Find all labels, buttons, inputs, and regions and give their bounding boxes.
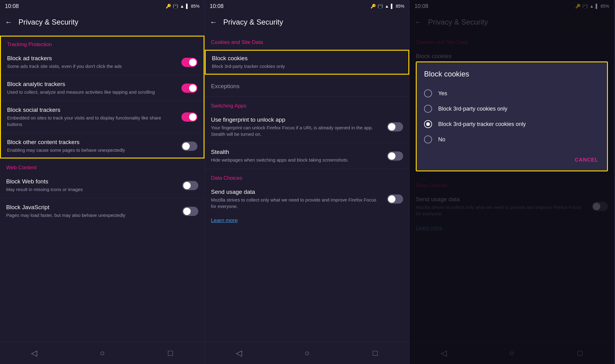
divider bbox=[205, 169, 409, 169]
block-analytic-trackers-item: Block analytic trackers Used to collect,… bbox=[1, 76, 204, 100]
signal-icon: ▌ bbox=[186, 4, 189, 9]
phone-panel-1: 10:08 🔑 📳 ▲ ▌ 85% ← Privacy & Security T… bbox=[0, 0, 205, 364]
block-web-fonts-item: Block Web fonts May result in missing ic… bbox=[0, 174, 204, 197]
block-other-trackers-title: Block other content trackers bbox=[7, 139, 177, 146]
block-javascript-item: Block JavaScript Pages may load faster, … bbox=[0, 200, 204, 223]
stealth-item: Stealth Hide webpages when switching app… bbox=[205, 144, 409, 167]
status-icons-1: 🔑 📳 ▲ ▌ 85% bbox=[166, 4, 200, 9]
status-time-2: 10:08 bbox=[210, 3, 224, 10]
block-ad-trackers-toggle[interactable] bbox=[181, 58, 197, 67]
block-javascript-toggle[interactable] bbox=[182, 207, 198, 216]
send-usage-toggle-2[interactable] bbox=[387, 194, 403, 204]
block-analytic-trackers-toggle[interactable] bbox=[181, 84, 197, 93]
cookies-section-2: Cookies and Site Data Block cookies Bloc… bbox=[205, 34, 409, 95]
tracking-protection-header: Tracking Protection bbox=[1, 37, 204, 51]
stealth-toggle[interactable] bbox=[387, 151, 403, 161]
block-social-trackers-toggle[interactable] bbox=[181, 112, 197, 122]
radio-block-3rd-tracker[interactable]: Block 3rd-party tracker cookies only bbox=[424, 116, 600, 132]
radio-block-3rd[interactable]: Block 3rd-party cookies only bbox=[424, 101, 600, 116]
toggle-knob bbox=[183, 208, 191, 215]
block-social-trackers-title: Block social trackers bbox=[7, 107, 177, 113]
tracking-protection-section: Tracking Protection Block ad trackers So… bbox=[0, 36, 204, 159]
block-ad-trackers-title: Block ad trackers bbox=[7, 55, 177, 62]
cookies-header-2: Cookies and Site Data bbox=[205, 34, 409, 49]
fingerprint-item: Use fingerprint to unlock app Your finge… bbox=[205, 112, 409, 142]
fingerprint-toggle[interactable] bbox=[387, 122, 403, 131]
block-other-trackers-text: Block other content trackers Enabling ma… bbox=[7, 139, 177, 153]
top-bar-1: ← Privacy & Security bbox=[0, 12, 204, 32]
divider bbox=[0, 198, 204, 198]
radio-circle-no bbox=[424, 135, 432, 143]
wifi-icon: ▲ bbox=[180, 4, 184, 9]
back-button-1[interactable]: ← bbox=[5, 18, 12, 26]
battery-icon: 85% bbox=[191, 4, 200, 9]
radio-yes[interactable]: Yes bbox=[424, 86, 600, 101]
block-ad-trackers-desc: Some ads track site visits, even if you … bbox=[7, 63, 177, 69]
block-ad-trackers-text: Block ad trackers Some ads track site vi… bbox=[7, 55, 177, 69]
toggle-knob bbox=[388, 195, 395, 203]
divider bbox=[1, 101, 204, 101]
block-other-trackers-item: Block other content trackers Enabling ma… bbox=[1, 135, 204, 158]
block-web-fonts-desc: May result in missing icons or images bbox=[6, 186, 177, 193]
learn-more-2[interactable]: Learn more bbox=[205, 214, 409, 227]
block-cookies-dialog: Block cookies Yes Block 3rd-party cookie… bbox=[416, 61, 608, 171]
toggle-knob bbox=[182, 143, 190, 150]
block-other-trackers-toggle[interactable] bbox=[181, 142, 197, 151]
status-bar-1: 10:08 🔑 📳 ▲ ▌ 85% bbox=[0, 0, 204, 12]
block-ad-trackers-item: Block ad trackers Some ads track site vi… bbox=[1, 51, 204, 74]
send-usage-data-title-2: Send usage data bbox=[211, 189, 382, 195]
block-cookies-highlight: Block cookies Block 3rd-party tracker co… bbox=[205, 50, 409, 75]
back-button-2[interactable]: ← bbox=[210, 18, 217, 26]
vibrate-icon: 📳 bbox=[173, 4, 178, 9]
fingerprint-desc: Your fingerprint can unlock Firefox Focu… bbox=[211, 124, 382, 137]
wifi-icon-2: ▲ bbox=[385, 4, 389, 9]
content-2: Cookies and Site Data Block cookies Bloc… bbox=[205, 32, 409, 342]
block-cookies-title-2: Block cookies bbox=[212, 55, 397, 62]
exceptions-item[interactable]: Exceptions bbox=[205, 77, 409, 95]
nav-back-2[interactable]: ◁ bbox=[230, 347, 248, 359]
block-javascript-desc: Pages may load faster, but may also beha… bbox=[6, 212, 177, 218]
radio-label-block-3rd-tracker: Block 3rd-party tracker cookies only bbox=[438, 121, 526, 127]
vibrate-icon-2: 📳 bbox=[378, 4, 383, 9]
nav-recent-2[interactable]: □ bbox=[366, 347, 384, 359]
block-cookies-item-2[interactable]: Block cookies Block 3rd-party tracker co… bbox=[206, 51, 408, 74]
divider bbox=[1, 133, 204, 133]
block-other-trackers-desc: Enabling may cause some pages to behave … bbox=[7, 147, 177, 153]
phone-panel-3: 10:08 🔑 📳 ▲ ▌ 85% ← Privacy & Security C… bbox=[410, 0, 614, 364]
phone-panel-2: 10:08 🔑 📳 ▲ ▌ 85% ← Privacy & Security C… bbox=[205, 0, 410, 364]
toggle-knob bbox=[189, 113, 196, 121]
status-bar-2: 10:08 🔑 📳 ▲ ▌ 85% bbox=[205, 0, 409, 12]
sim-icon: 🔑 bbox=[166, 4, 171, 9]
bottom-nav-2: ◁ ○ □ bbox=[205, 342, 409, 364]
nav-recent-1[interactable]: □ bbox=[161, 347, 180, 359]
block-cookies-text-2: Block cookies Block 3rd-party tracker co… bbox=[212, 55, 397, 69]
data-choices-section-2: Data Choices Send usage data Mozilla str… bbox=[205, 170, 409, 227]
toggle-knob bbox=[388, 152, 395, 160]
divider bbox=[205, 96, 409, 97]
nav-home-2[interactable]: ○ bbox=[298, 347, 316, 359]
toggle-knob bbox=[189, 84, 196, 92]
top-bar-2: ← Privacy & Security bbox=[205, 12, 409, 32]
stealth-desc: Hide webpages when switching apps and bl… bbox=[211, 157, 382, 163]
stealth-text: Stealth Hide webpages when switching app… bbox=[211, 149, 382, 163]
fingerprint-title: Use fingerprint to unlock app bbox=[211, 116, 382, 123]
radio-no[interactable]: No bbox=[424, 132, 600, 147]
battery-icon-2: 85% bbox=[396, 4, 404, 9]
nav-back-1[interactable]: ◁ bbox=[25, 347, 43, 359]
sim-icon-2: 🔑 bbox=[371, 4, 376, 9]
dialog-actions: CANCEL bbox=[424, 152, 600, 166]
content-1: Tracking Protection Block ad trackers So… bbox=[0, 32, 204, 342]
block-javascript-text: Block JavaScript Pages may load faster, … bbox=[6, 204, 177, 218]
block-web-fonts-toggle[interactable] bbox=[182, 181, 198, 190]
nav-home-1[interactable]: ○ bbox=[93, 347, 111, 359]
stealth-title: Stealth bbox=[211, 149, 382, 155]
status-time-1: 10:08 bbox=[5, 3, 19, 10]
radio-label-yes: Yes bbox=[438, 90, 447, 97]
send-usage-data-text-2: Send usage data Mozilla strives to colle… bbox=[211, 189, 382, 209]
radio-label-block-3rd: Block 3rd-party cookies only bbox=[438, 106, 507, 112]
page-title-2: Privacy & Security bbox=[223, 18, 283, 26]
cancel-button[interactable]: CANCEL bbox=[573, 155, 600, 166]
block-social-trackers-desc: Embedded on sites to track your visits a… bbox=[7, 115, 177, 127]
signal-icon-2: ▌ bbox=[391, 4, 394, 9]
switching-apps-header: Switching Apps bbox=[205, 98, 409, 112]
